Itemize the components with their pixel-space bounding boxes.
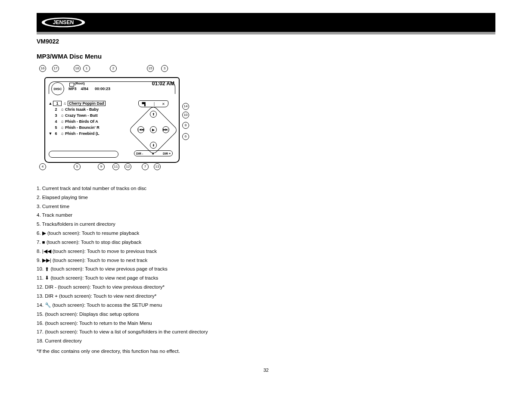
stop-button[interactable]: ■: [152, 152, 154, 155]
music-note-icon: ♫: [59, 125, 65, 130]
callout-7: 7: [142, 163, 149, 170]
play-icon: ▶: [42, 230, 46, 237]
dir-plus-button[interactable]: DIR +: [163, 152, 171, 155]
legend-item: 7. ■ (touch screen): Touch to stop disc …: [37, 239, 269, 246]
callout-11: 11: [112, 163, 119, 170]
legend-item: 14. 🔧 (touch screen): Touch to access th…: [37, 302, 269, 309]
callout-8: 8: [182, 122, 189, 129]
mp3-menu-diagram: 16 17 18 1 2 15 3 14 10 8 6 4 5 9 11 12 …: [37, 64, 192, 176]
legend-item: 16. (touch screen): Touch to return to t…: [37, 320, 269, 327]
callout-16: 16: [39, 65, 46, 72]
page-up-button[interactable]: ⬆: [150, 111, 157, 118]
legend-item: 4. Track number: [37, 212, 269, 219]
next-track-button[interactable]: ▶▶|: [162, 126, 169, 133]
callout-18: 18: [74, 65, 81, 72]
legend-item: 15. (touch screen): Displays disc setup …: [37, 311, 269, 318]
legend-item: 2. Elapsed playing time: [37, 194, 269, 202]
legend-item: 5. Tracks/folders in current directory: [37, 221, 269, 228]
callout-9: 9: [98, 163, 105, 170]
setup-options-bar[interactable]: ▀▌ │ ✕: [138, 100, 168, 107]
callout-13: 13: [154, 163, 161, 170]
stop-icon: ■: [42, 239, 45, 246]
player-screen: DISC (Root) MP3 4/84 00:00:23 01:02 AM ▲…: [44, 77, 180, 163]
callout-14: 14: [182, 103, 189, 110]
disc-icon[interactable]: DISC: [51, 82, 64, 95]
callout-10: 10: [182, 112, 189, 118]
setup-icon[interactable]: ▀▌: [142, 102, 146, 106]
list-item[interactable]: ▲ 1 ♫ Cherry Poppin Dad: [48, 100, 124, 106]
callout-6: 6: [182, 133, 189, 140]
callout-4: 4: [39, 163, 46, 170]
legend-item: 8. |◀◀ (touch screen): Touch to move to …: [37, 248, 269, 255]
wrench-icon: 🔧: [45, 302, 51, 309]
music-note-icon: ♫: [62, 101, 68, 106]
legend-item: 10. ⬆ (touch screen): Touch to view prev…: [37, 265, 269, 273]
section-title: MP3/WMA Disc Menu: [37, 53, 495, 60]
callout-2: 2: [110, 65, 117, 72]
callout-17: 17: [52, 65, 59, 72]
nav-pad: ▀▌ │ ✕ ⬆ ⬇ |◀◀ ▶▶| ▶ DIR - ■ DIR +: [131, 100, 174, 156]
legend-item: 12. DIR - (touch screen): Touch to view …: [37, 283, 269, 291]
current-directory[interactable]: (Root): [75, 81, 85, 85]
legend-item: 11. ⬇ (touch screen): Touch to view next…: [37, 274, 269, 282]
music-note-icon: ♫: [59, 107, 65, 112]
callout-12: 12: [124, 163, 131, 170]
legend-item: 18. Current directory: [37, 337, 269, 345]
callout-5: 5: [74, 163, 81, 170]
playback-info: MP3 4/84 00:00:23: [68, 87, 110, 91]
list-item[interactable]: 2 ♫ Chris Isaak - Baby: [48, 106, 124, 112]
music-note-icon: ♫: [59, 113, 65, 118]
track-list: ▲ 1 ♫ Cherry Poppin Dad 2 ♫ Chris Isaak …: [48, 100, 124, 137]
arrow-up-icon: ⬆: [45, 266, 49, 274]
callout-3: 3: [161, 65, 168, 72]
legend-list: 1. Current track and total number of tra…: [37, 185, 269, 345]
music-note-icon: ♫: [59, 119, 65, 124]
clock: 01:02 AM: [152, 81, 174, 87]
dir-minus-button[interactable]: DIR -: [136, 152, 143, 155]
list-item[interactable]: 4 ♫ Phish - Birds Of A: [48, 118, 124, 125]
legend-item: 1. Current track and total number of tra…: [37, 185, 269, 193]
legend-item: 9. ▶▶| (touch screen): Touch to move to …: [37, 257, 269, 265]
page-number: 32: [0, 367, 532, 373]
list-item[interactable]: 5 ♫ Phish - Bouncin' R: [48, 125, 124, 131]
brand-logo: JENSEN: [41, 17, 86, 28]
legend-item: 17. (touch screen): Touch to view a list…: [37, 328, 269, 336]
svg-text:JENSEN: JENSEN: [53, 19, 74, 25]
footnote: *If the disc contains only one directory…: [37, 349, 495, 354]
page-down-button[interactable]: ⬇: [150, 142, 157, 149]
header-bar: JENSEN: [37, 13, 495, 32]
id3-field: [49, 151, 118, 158]
prev-track-button[interactable]: |◀◀: [137, 126, 144, 133]
legend-item: 3. Current time: [37, 203, 269, 211]
folder-icon: [69, 83, 74, 87]
header-divider: [37, 32, 495, 34]
arrow-down-icon: ⬇: [45, 274, 49, 282]
legend-item: 6. ▶ (touch screen): Touch to resume pla…: [37, 230, 269, 237]
list-item[interactable]: 3 ♫ Crazy Town - Butt: [48, 112, 124, 118]
model-number: VM9022: [37, 38, 59, 45]
legend-item: 13. DIR + (touch screen): Touch to view …: [37, 293, 269, 300]
list-item[interactable]: ▼ 6 ♫ Phish - Freebird (L: [48, 131, 124, 137]
play-button[interactable]: ▶: [150, 126, 157, 133]
music-note-icon: ♫: [59, 131, 65, 136]
callout-15: 15: [147, 65, 154, 72]
callout-1: 1: [83, 65, 90, 72]
wrench-icon[interactable]: ✕: [162, 102, 165, 106]
